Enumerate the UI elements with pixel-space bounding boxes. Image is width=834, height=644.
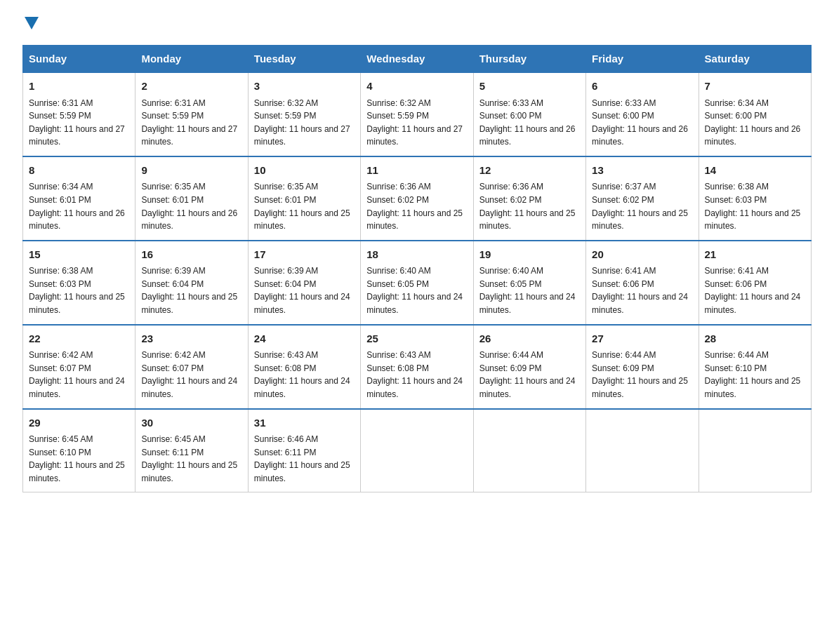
calendar-cell: 24Sunrise: 6:43 AMSunset: 6:08 PMDayligh…	[248, 325, 360, 409]
calendar-cell: 18Sunrise: 6:40 AMSunset: 6:05 PMDayligh…	[361, 241, 473, 325]
day-daylight: Daylight: 11 hours and 25 minutes.	[592, 207, 692, 233]
day-number: 26	[479, 331, 580, 347]
day-daylight: Daylight: 11 hours and 25 minutes.	[705, 375, 805, 401]
calendar-cell: 3Sunrise: 6:32 AMSunset: 5:59 PMDaylight…	[248, 72, 360, 156]
day-sunrise: Sunrise: 6:42 AM	[141, 349, 241, 362]
calendar-cell: 12Sunrise: 6:36 AMSunset: 6:02 PMDayligh…	[473, 156, 585, 241]
day-daylight: Daylight: 11 hours and 25 minutes.	[705, 207, 805, 233]
day-daylight: Daylight: 11 hours and 27 minutes.	[254, 123, 355, 149]
day-number: 30	[141, 415, 241, 431]
day-sunset: Sunset: 6:07 PM	[141, 362, 241, 375]
calendar-cell	[473, 409, 585, 492]
calendar-cell: 29Sunrise: 6:45 AMSunset: 6:10 PMDayligh…	[23, 409, 135, 492]
day-daylight: Daylight: 11 hours and 25 minutes.	[366, 207, 467, 233]
day-sunset: Sunset: 6:09 PM	[479, 362, 580, 375]
day-daylight: Daylight: 11 hours and 25 minutes.	[254, 207, 355, 233]
calendar-cell: 30Sunrise: 6:45 AMSunset: 6:11 PMDayligh…	[135, 409, 248, 492]
header-sunday: Sunday	[23, 46, 135, 73]
day-daylight: Daylight: 11 hours and 26 minutes.	[29, 207, 129, 233]
calendar-cell: 22Sunrise: 6:42 AMSunset: 6:07 PMDayligh…	[23, 325, 135, 409]
day-number: 2	[141, 79, 241, 95]
day-number: 4	[366, 79, 467, 95]
calendar-cell: 1Sunrise: 6:31 AMSunset: 5:59 PMDaylight…	[23, 72, 135, 156]
week-row-2: 8Sunrise: 6:34 AMSunset: 6:01 PMDaylight…	[23, 156, 812, 241]
calendar-cell: 9Sunrise: 6:35 AMSunset: 6:01 PMDaylight…	[135, 156, 248, 241]
day-sunrise: Sunrise: 6:41 AM	[705, 264, 805, 278]
day-sunrise: Sunrise: 6:45 AM	[29, 433, 129, 446]
calendar-cell: 10Sunrise: 6:35 AMSunset: 6:01 PMDayligh…	[248, 156, 360, 241]
week-row-1: 1Sunrise: 6:31 AMSunset: 5:59 PMDaylight…	[23, 72, 812, 156]
calendar-table: SundayMondayTuesdayWednesdayThursdayFrid…	[22, 45, 812, 492]
calendar-cell: 15Sunrise: 6:38 AMSunset: 6:03 PMDayligh…	[23, 241, 135, 325]
day-number: 13	[592, 163, 692, 179]
day-sunset: Sunset: 6:02 PM	[479, 194, 580, 207]
day-sunrise: Sunrise: 6:44 AM	[479, 349, 580, 362]
day-sunrise: Sunrise: 6:43 AM	[366, 349, 467, 362]
day-sunrise: Sunrise: 6:33 AM	[479, 97, 580, 110]
day-daylight: Daylight: 11 hours and 24 minutes.	[592, 290, 692, 316]
calendar-cell: 28Sunrise: 6:44 AMSunset: 6:10 PMDayligh…	[699, 325, 811, 409]
logo	[22, 17, 39, 32]
day-sunset: Sunset: 6:06 PM	[705, 278, 805, 291]
day-sunset: Sunset: 6:08 PM	[366, 362, 467, 375]
calendar-cell: 21Sunrise: 6:41 AMSunset: 6:06 PMDayligh…	[699, 241, 811, 325]
calendar-cell: 17Sunrise: 6:39 AMSunset: 6:04 PMDayligh…	[248, 241, 360, 325]
calendar-cell: 11Sunrise: 6:36 AMSunset: 6:02 PMDayligh…	[361, 156, 473, 241]
day-sunrise: Sunrise: 6:40 AM	[366, 264, 467, 278]
day-daylight: Daylight: 11 hours and 24 minutes.	[141, 375, 241, 401]
day-number: 15	[29, 247, 129, 263]
week-row-5: 29Sunrise: 6:45 AMSunset: 6:10 PMDayligh…	[23, 409, 812, 492]
day-sunset: Sunset: 6:02 PM	[592, 194, 692, 207]
day-daylight: Daylight: 11 hours and 24 minutes.	[254, 290, 355, 316]
calendar-header-row: SundayMondayTuesdayWednesdayThursdayFrid…	[23, 46, 812, 73]
day-sunset: Sunset: 6:11 PM	[141, 446, 241, 459]
day-daylight: Daylight: 11 hours and 26 minutes.	[705, 123, 805, 149]
day-sunrise: Sunrise: 6:42 AM	[29, 349, 129, 362]
day-sunrise: Sunrise: 6:41 AM	[592, 264, 692, 278]
day-sunrise: Sunrise: 6:38 AM	[29, 264, 129, 278]
day-sunrise: Sunrise: 6:39 AM	[254, 264, 355, 278]
day-number: 23	[141, 331, 241, 347]
day-daylight: Daylight: 11 hours and 26 minutes.	[479, 123, 580, 149]
day-daylight: Daylight: 11 hours and 24 minutes.	[29, 375, 129, 401]
day-daylight: Daylight: 11 hours and 27 minutes.	[366, 123, 467, 149]
day-sunrise: Sunrise: 6:46 AM	[254, 433, 355, 446]
day-sunrise: Sunrise: 6:34 AM	[705, 97, 805, 110]
day-number: 24	[254, 331, 355, 347]
day-daylight: Daylight: 11 hours and 25 minutes.	[254, 459, 355, 485]
day-sunset: Sunset: 6:04 PM	[254, 278, 355, 291]
day-sunrise: Sunrise: 6:37 AM	[592, 180, 692, 194]
day-sunset: Sunset: 6:05 PM	[479, 278, 580, 291]
calendar-cell	[361, 409, 473, 492]
day-sunset: Sunset: 5:59 PM	[254, 109, 355, 123]
day-daylight: Daylight: 11 hours and 24 minutes.	[254, 375, 355, 401]
day-sunrise: Sunrise: 6:31 AM	[141, 97, 241, 110]
day-sunset: Sunset: 6:01 PM	[141, 194, 241, 207]
day-daylight: Daylight: 11 hours and 24 minutes.	[366, 375, 467, 401]
day-sunset: Sunset: 6:03 PM	[705, 194, 805, 207]
calendar-cell	[586, 409, 699, 492]
day-number: 20	[592, 247, 692, 263]
day-sunrise: Sunrise: 6:38 AM	[705, 180, 805, 194]
calendar-cell: 7Sunrise: 6:34 AMSunset: 6:00 PMDaylight…	[699, 72, 811, 156]
header-saturday: Saturday	[699, 46, 811, 73]
calendar-cell: 4Sunrise: 6:32 AMSunset: 5:59 PMDaylight…	[361, 72, 473, 156]
day-sunset: Sunset: 5:59 PM	[141, 109, 241, 123]
day-number: 18	[366, 247, 467, 263]
day-number: 31	[254, 415, 355, 431]
day-sunrise: Sunrise: 6:35 AM	[141, 180, 241, 194]
day-number: 29	[29, 415, 129, 431]
day-number: 5	[479, 79, 580, 95]
calendar-cell: 5Sunrise: 6:33 AMSunset: 6:00 PMDaylight…	[473, 72, 585, 156]
day-number: 28	[705, 331, 805, 347]
day-number: 21	[705, 247, 805, 263]
day-sunset: Sunset: 6:05 PM	[366, 278, 467, 291]
day-sunset: Sunset: 5:59 PM	[29, 109, 129, 123]
day-daylight: Daylight: 11 hours and 25 minutes.	[29, 459, 129, 485]
day-sunrise: Sunrise: 6:44 AM	[705, 349, 805, 362]
calendar-cell: 27Sunrise: 6:44 AMSunset: 6:09 PMDayligh…	[586, 325, 699, 409]
day-number: 8	[29, 163, 129, 179]
day-sunset: Sunset: 6:03 PM	[29, 278, 129, 291]
logo-triangle-icon	[25, 17, 39, 29]
day-daylight: Daylight: 11 hours and 24 minutes.	[479, 290, 580, 316]
